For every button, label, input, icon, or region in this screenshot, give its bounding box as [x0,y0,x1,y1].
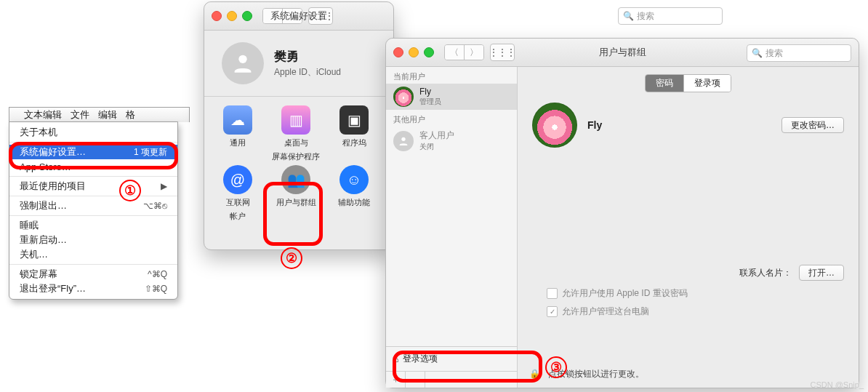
menu-extra[interactable]: 格 [126,108,135,121]
minimize-icon[interactable] [227,11,237,21]
label: 程序坞 [342,137,366,148]
pref-accessibility[interactable]: ☺辅助功能 [325,165,383,225]
pref-users-groups[interactable]: 👥用户与群组 [267,165,325,225]
section-current: 当前用户 [386,67,517,84]
menu-about[interactable]: 关于本机 [9,125,177,140]
separator [9,176,177,177]
titlebar: 〈 〉 ⋮⋮⋮ 系统偏好设置 [204,2,393,31]
menu-shutdown[interactable]: 关机… [9,247,177,262]
menu-edit[interactable]: 编辑 [98,108,117,121]
placeholder: 搜索 [765,47,783,60]
search-icon: 🔍 [752,48,763,58]
user-name: 客人用户 [419,129,454,142]
users-icon: 👥 [281,165,310,194]
tab-login-items[interactable]: 登录项 [683,75,731,92]
accessibility-icon: ☺ [339,165,369,194]
login-options[interactable]: ⌂登录选项 [386,346,517,371]
user-row-guest[interactable]: 客人用户关闭 [386,127,517,155]
system-preferences-window: 〈 〉 ⋮⋮⋮ 系统偏好设置 樊勇 Apple ID、iCloud ☁通用 ▥桌… [204,1,394,250]
shortcut: ^⌘Q [148,269,167,279]
back-icon[interactable]: 〈 [445,45,464,60]
change-password-button[interactable]: 更改密码… [781,117,844,133]
forward-icon[interactable]: 〉 [464,45,483,60]
general-icon: ☁ [223,105,252,135]
label: 桌面与 [284,137,308,148]
pref-internet[interactable]: @互联网帐户 [209,165,267,225]
menu-app-store[interactable]: App Store… [9,159,177,174]
tab-password[interactable]: 密码 [646,75,683,92]
lock-icon: 🔒 [528,367,541,380]
traffic-lights [212,11,252,21]
apple-menu: 关于本机 系统偏好设置…1 项更新 App Store… 最近使用的项目▶ 强制… [9,121,178,300]
pref-general[interactable]: ☁通用 [209,105,267,165]
menu-lock-screen[interactable]: 锁定屏幕^⌘Q [9,267,177,281]
menu-system-preferences[interactable]: 系统偏好设置…1 项更新 [9,145,177,159]
placeholder: 搜索 [637,10,654,23]
back-icon[interactable]: 〈 [263,9,282,23]
label: 通用 [230,137,246,148]
avatar-icon[interactable] [532,103,577,148]
profile-name: 樊勇 [274,48,341,65]
label: 登录选项 [403,353,438,365]
user-detail: 密码 登录项 Fly 更改密码… 联系人名片： 打开… 允许用户使用 Apple… [518,67,859,388]
menu-restart[interactable]: 重新启动… [9,233,177,247]
search-input[interactable]: 🔍搜索 [747,44,851,62]
user-role: 管理员 [419,97,441,107]
annotation-3: ③ [545,356,567,378]
menu-sleep[interactable]: 睡眠 [9,218,177,233]
label: 允许用户管理这台电脑 [562,305,649,318]
user-name: Fly [419,87,441,97]
pref-dock[interactable]: ▣程序坞 [325,105,383,165]
tabs: 密码 登录项 [518,74,859,92]
remove-user-button[interactable]: － [406,372,425,388]
pref-grid: ☁通用 ▥桌面与屏幕保护程序 ▣程序坞 @互联网帐户 👥用户与群组 ☺辅助功能 [204,96,393,233]
minimize-icon[interactable] [409,47,419,57]
menu-file[interactable]: 文件 [71,108,89,121]
add-remove-bar: ＋－ [386,371,517,388]
selected-user-name: Fly [587,119,602,131]
submenu-arrow-icon: ▶ [161,181,167,191]
zoom-icon[interactable] [242,11,252,21]
checkbox-icon: ✓ [547,306,558,317]
avatar-icon [222,42,264,84]
label: 互联网 [226,197,250,208]
label: 辅助功能 [338,197,370,208]
separator [9,196,177,196]
annotation-2: ② [281,247,302,269]
desktop-icon: ▥ [281,105,310,135]
shortcut: ⌥⌘⎋ [143,201,167,211]
zoom-icon[interactable] [424,47,434,57]
menu-recent[interactable]: 最近使用的项目▶ [9,179,177,193]
allow-appleid-checkbox[interactable]: 允许用户使用 Apple ID 重设密码 [518,284,859,303]
close-icon[interactable] [393,47,403,57]
avatar-icon [393,87,414,107]
user-sidebar: 当前用户 Fly管理员 其他用户 客人用户关闭 ⌂登录选项 ＋－ [386,67,518,388]
add-user-button[interactable]: ＋ [386,372,406,388]
forward-icon[interactable]: 〉 [282,9,302,23]
menu-force-quit[interactable]: 强制退出…⌥⌘⎋ [9,199,177,213]
profile-row[interactable]: 樊勇 Apple ID、iCloud [204,31,393,96]
user-role: 关闭 [419,142,454,152]
show-all-icon[interactable]: ⋮⋮⋮ [490,44,515,61]
svg-point-1 [401,137,405,140]
nav-buttons: 〈 〉 [262,8,302,24]
titlebar: 〈 〉 ⋮⋮⋮ 用户与群组 🔍搜索 [386,39,859,67]
at-icon: @ [223,165,252,194]
menu-app[interactable]: 文本编辑 [24,108,62,121]
update-badge: 1 项更新 [134,146,167,159]
dock-icon: ▣ [339,105,369,135]
label: 屏幕保护程序 [272,151,320,162]
open-contact-button[interactable]: 打开… [799,265,844,281]
separator [9,142,177,143]
user-row-fly[interactable]: Fly管理员 [386,84,517,110]
menu-logout[interactable]: 退出登录“Fly”…⇧⌘Q [9,281,177,296]
search-input[interactable]: 🔍搜索 [618,7,723,25]
search-icon: 🔍 [623,11,634,21]
separator [9,264,177,265]
close-icon[interactable] [212,11,222,21]
allow-admin-checkbox[interactable]: ✓允许用户管理这台电脑 [518,303,859,321]
show-all-icon[interactable]: ⋮⋮⋮ [308,7,333,25]
pref-desktop[interactable]: ▥桌面与屏幕保护程序 [267,105,325,165]
label: 用户与群组 [276,197,316,208]
label: 允许用户使用 Apple ID 重设密码 [562,287,688,300]
